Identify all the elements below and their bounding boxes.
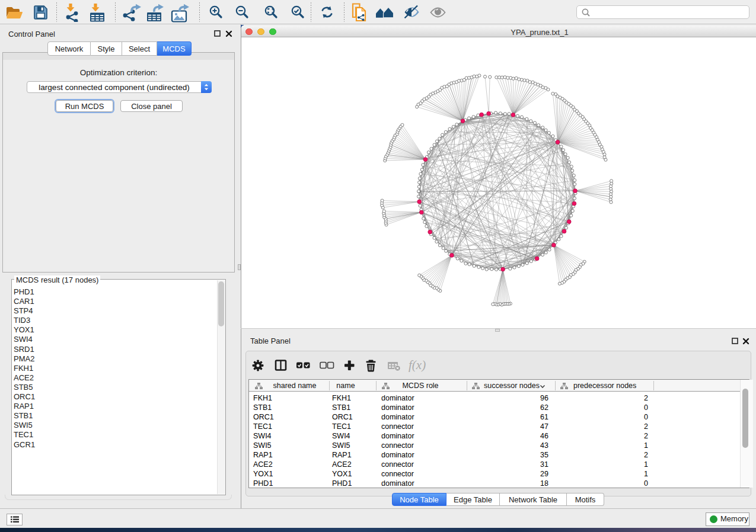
svg-text:f(x): f(x)	[409, 359, 426, 372]
